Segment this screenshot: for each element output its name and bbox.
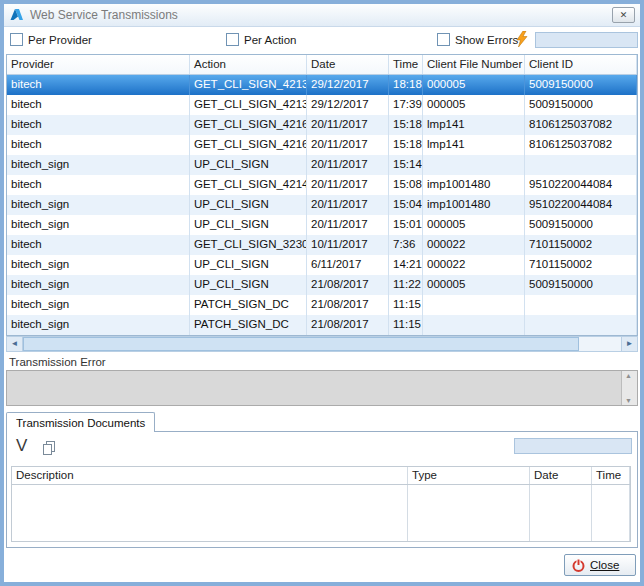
cell: 29/12/2017: [307, 75, 389, 95]
cell: 17:39: [389, 95, 423, 115]
cell: GET_CLI_SIGN_4213: [190, 95, 307, 115]
scroll-thumb[interactable]: [23, 337, 579, 351]
table-row[interactable]: bitech_signPATCH_SIGN_DC21/08/201711:15: [7, 295, 637, 315]
column-header[interactable]: Action: [190, 55, 307, 74]
filter-input[interactable]: [535, 32, 638, 48]
error-vertical-scrollbar: ▲ ▼: [621, 371, 637, 405]
column-header[interactable]: Date: [530, 467, 592, 484]
cell: UP_CLI_SIGN: [190, 155, 307, 175]
table-row[interactable]: bitechGET_CLI_SIGN_421620/11/201715:18lm…: [7, 135, 637, 155]
column-header[interactable]: Description: [12, 467, 408, 484]
cell: 20/11/2017: [307, 155, 389, 175]
cell: 5009150000: [525, 75, 637, 95]
copy-icon[interactable]: [41, 440, 57, 456]
cell: 20/11/2017: [307, 135, 389, 155]
column-header[interactable]: Client ID: [525, 55, 637, 74]
cell: bitech: [7, 115, 190, 135]
window-title: Web Service Transmissions: [30, 8, 178, 22]
table-row[interactable]: bitech_signUP_CLI_SIGN20/11/201715:14: [7, 155, 637, 175]
cell: 15:08: [389, 175, 423, 195]
cell: bitech: [7, 175, 190, 195]
cell: 15:18: [389, 135, 423, 155]
cell: 000022: [423, 255, 525, 275]
table-row[interactable]: bitech_signPATCH_SIGN_DC21/08/201711:15: [7, 315, 637, 335]
cell: GET_CLI_SIGN_3230: [190, 235, 307, 255]
cell: 21/08/2017: [307, 275, 389, 295]
cell: UP_CLI_SIGN: [190, 255, 307, 275]
cell: bitech: [7, 95, 190, 115]
cell: 8106125037082: [525, 135, 637, 155]
column-header[interactable]: Time: [389, 55, 423, 74]
table-row[interactable]: bitech_signUP_CLI_SIGN21/08/201711:22000…: [7, 275, 637, 295]
cell: bitech_sign: [7, 315, 190, 335]
cell: 6/11/2017: [307, 255, 389, 275]
power-icon: [571, 558, 586, 573]
column-header[interactable]: Time: [592, 467, 630, 484]
cell: 9510220044084: [525, 195, 637, 215]
cell: 15:18: [389, 115, 423, 135]
cell: [423, 295, 525, 315]
v-icon[interactable]: V: [16, 436, 27, 456]
titlebar-close-button[interactable]: ✕: [612, 7, 635, 23]
per-action-checkbox[interactable]: [226, 33, 239, 46]
cell: 10/11/2017: [307, 235, 389, 255]
per-provider-checkbox[interactable]: [10, 33, 23, 46]
table-row[interactable]: bitechGET_CLI_SIGN_323010/11/20177:36000…: [7, 235, 637, 255]
cell: bitech_sign: [7, 275, 190, 295]
close-button[interactable]: Close: [564, 554, 636, 576]
cell: 000022: [423, 235, 525, 255]
empty-column: [592, 485, 630, 541]
column-header[interactable]: Type: [408, 467, 530, 484]
cell: 5009150000: [525, 215, 637, 235]
cell: [423, 155, 525, 175]
table-row[interactable]: bitech_signUP_CLI_SIGN20/11/201715:04imp…: [7, 195, 637, 215]
cell: [525, 295, 637, 315]
cell: PATCH_SIGN_DC: [190, 295, 307, 315]
cell: 11:15: [389, 315, 423, 335]
horizontal-scrollbar[interactable]: ◄ ►: [6, 336, 638, 352]
column-header[interactable]: Provider: [7, 55, 190, 74]
docs-grid-header: DescriptionTypeDateTime: [12, 467, 630, 485]
documents-panel: V DescriptionTypeDateTime: [6, 431, 638, 548]
title-bar[interactable]: Web Service Transmissions ✕: [4, 4, 640, 27]
table-row[interactable]: bitechGET_CLI_SIGN_421329/12/201717:3900…: [7, 95, 637, 115]
cell: bitech: [7, 75, 190, 95]
cell: 8106125037082: [525, 115, 637, 135]
cell: 20/11/2017: [307, 115, 389, 135]
scroll-left-icon[interactable]: ◄: [7, 337, 23, 351]
column-header[interactable]: Date: [307, 55, 389, 74]
cell: 5009150000: [525, 95, 637, 115]
cell: 000005: [423, 95, 525, 115]
close-icon: ✕: [620, 10, 628, 20]
cell: GET_CLI_SIGN_4216: [190, 135, 307, 155]
column-header[interactable]: Client File Number: [423, 55, 525, 74]
cell: 9510220044084: [525, 175, 637, 195]
table-row[interactable]: bitechGET_CLI_SIGN_421329/12/201718:1800…: [7, 75, 637, 95]
cell: 15:01: [389, 215, 423, 235]
grid-header: ProviderActionDateTimeClient File Number…: [7, 55, 637, 75]
scroll-right-icon[interactable]: ►: [621, 337, 637, 351]
show-errors-checkbox[interactable]: [437, 33, 450, 46]
cell: 15:14: [389, 155, 423, 175]
cell: 21/08/2017: [307, 315, 389, 335]
table-row[interactable]: bitechGET_CLI_SIGN_421620/11/201715:18lm…: [7, 115, 637, 135]
cell: PATCH_SIGN_DC: [190, 315, 307, 335]
empty-column: [12, 485, 408, 541]
table-row[interactable]: bitech_signUP_CLI_SIGN6/11/201714:210000…: [7, 255, 637, 275]
per-action-label: Per Action: [244, 34, 296, 46]
cell: bitech: [7, 235, 190, 255]
docs-grid-body: [12, 485, 630, 541]
scroll-track[interactable]: [23, 337, 621, 351]
table-row[interactable]: bitech_signUP_CLI_SIGN20/11/201715:01000…: [7, 215, 637, 235]
cell: GET_CLI_SIGN_4216: [190, 115, 307, 135]
cell: bitech_sign: [7, 295, 190, 315]
tab-transmission-documents[interactable]: Transmission Documents: [6, 412, 155, 432]
scroll-down-icon: ▼: [625, 397, 632, 404]
cell: [525, 315, 637, 335]
table-row[interactable]: bitechGET_CLI_SIGN_421420/11/201715:08im…: [7, 175, 637, 195]
cell: [423, 315, 525, 335]
documents-filter-input[interactable]: [514, 438, 632, 454]
empty-column: [530, 485, 592, 541]
lightning-icon[interactable]: [513, 31, 530, 48]
cell: 7101150002: [525, 235, 637, 255]
